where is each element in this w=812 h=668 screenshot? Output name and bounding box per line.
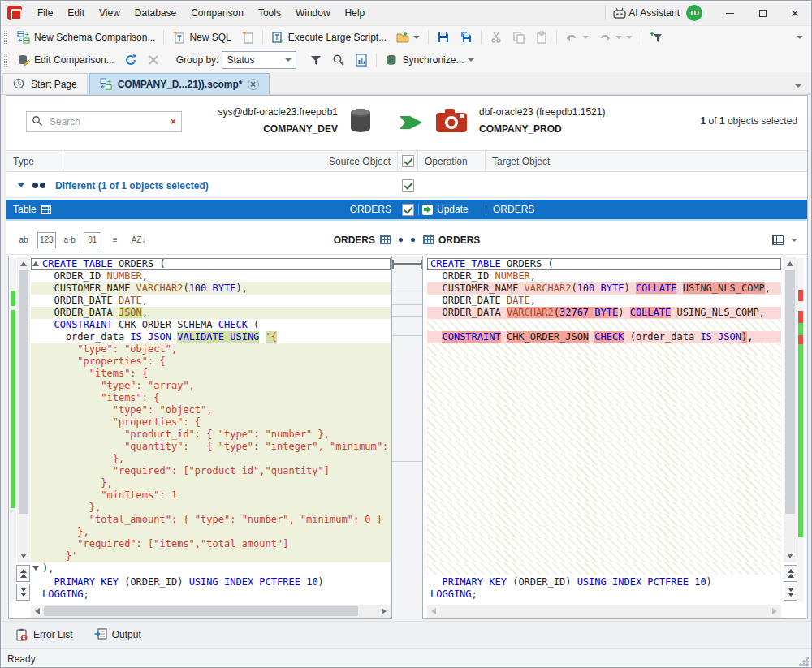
source-horizontal-scrollbar[interactable] <box>31 605 391 618</box>
toolbar-grip[interactable] <box>4 54 7 67</box>
diff-map-target[interactable] <box>797 258 804 602</box>
tab-error-list[interactable]: Error List <box>15 628 73 641</box>
target-code-area[interactable]: CREATE TABLE ORDERS ( ORDER_ID NUMBER, C… <box>427 258 781 575</box>
tab-schema-comparison-document[interactable]: COMPANY_D...21)).scomp* × <box>89 73 270 94</box>
menu-file[interactable]: File <box>30 1 60 25</box>
save-all-button[interactable] <box>455 28 477 46</box>
view-options-button[interactable] <box>772 235 797 245</box>
menu-edit[interactable]: Edit <box>60 1 92 25</box>
column-header-operation[interactable]: Operation <box>418 151 486 171</box>
new-file-button[interactable] <box>236 28 259 46</box>
scroll-left-icon[interactable] <box>431 608 436 614</box>
diff-map-green-marker[interactable] <box>798 344 803 537</box>
scrollbar-thumb[interactable] <box>19 270 28 514</box>
open-script-button[interactable] <box>391 28 425 46</box>
copy-button[interactable] <box>508 28 530 46</box>
diff-map-green-marker[interactable] <box>11 310 15 508</box>
source-ddl-editor[interactable]: CREATE TABLE ORDERS ( ORDER_ID NUMBER, C… <box>8 256 392 619</box>
row-checkbox-checked[interactable] <box>402 204 414 216</box>
menu-database[interactable]: Database <box>127 1 184 25</box>
tab-list-chevron-icon[interactable] <box>795 84 801 88</box>
group-by-select[interactable]: Status <box>222 51 296 69</box>
redo-button[interactable] <box>594 28 637 46</box>
object-row-orders[interactable]: Table ORDERS Update ORDERS <box>6 200 807 221</box>
target-vertical-scrollbar[interactable] <box>784 257 797 562</box>
menu-tools[interactable]: Tools <box>251 1 288 25</box>
scrollbar-thumb[interactable] <box>44 606 358 616</box>
minimize-button[interactable] <box>714 1 746 25</box>
tab-output[interactable]: Output <box>94 628 141 641</box>
scroll-right-icon[interactable] <box>382 608 387 614</box>
binary-compare-button[interactable]: 01 <box>84 232 102 248</box>
scroll-down-icon[interactable] <box>20 554 27 558</box>
execute-large-script-button[interactable]: Execute Large Script... <box>266 28 391 46</box>
target-ddl-editor[interactable]: CREATE TABLE ORDERS ( ORDER_ID NUMBER, C… <box>422 256 806 619</box>
previous-difference-button[interactable] <box>16 565 30 582</box>
refresh-button[interactable] <box>119 51 142 69</box>
maximize-button[interactable] <box>746 1 779 25</box>
scroll-up-icon[interactable] <box>20 261 27 266</box>
edit-comparison-button[interactable]: Edit Comparison... <box>12 51 119 69</box>
select-all-checkbox[interactable] <box>398 151 418 171</box>
chevron-down-icon[interactable] <box>582 36 589 39</box>
new-schema-comparison-button[interactable]: New Schema Comparison... <box>12 28 160 46</box>
diff-map-red-marker[interactable] <box>798 290 803 301</box>
comparison-report-button[interactable] <box>350 51 373 69</box>
indentation-button[interactable]: ≡ <box>106 232 124 248</box>
scroll-up-icon[interactable] <box>787 261 793 266</box>
next-difference-button[interactable] <box>784 584 797 601</box>
ignore-numbers-button[interactable]: 123 <box>37 232 56 248</box>
group-row-different[interactable]: Different (1 of 1 objects selected) <box>6 174 807 198</box>
new-sql-button[interactable]: New SQL <box>167 28 235 46</box>
chevron-down-icon[interactable] <box>468 58 474 62</box>
menu-view[interactable]: View <box>92 1 127 25</box>
save-button[interactable] <box>432 28 455 46</box>
column-header-source[interactable]: Source Object <box>63 151 398 171</box>
diff-map-red-marker[interactable] <box>798 335 803 344</box>
chevron-down-icon[interactable] <box>626 36 633 39</box>
checkbox-checked[interactable] <box>402 155 414 167</box>
stop-button[interactable] <box>142 51 165 69</box>
target-horizontal-scrollbar[interactable] <box>427 605 781 618</box>
synchronize-button[interactable]: Synchronize... <box>380 51 479 69</box>
filter-button[interactable] <box>304 51 327 69</box>
close-button[interactable]: ✕ <box>779 1 811 25</box>
scrollbar-thumb[interactable] <box>785 270 795 514</box>
fold-down-icon[interactable] <box>32 566 39 571</box>
group-checkbox-checked[interactable] <box>402 179 414 192</box>
chevron-down-icon[interactable] <box>615 36 622 39</box>
ignore-whitespace-button[interactable]: a·b <box>61 232 79 248</box>
add-filter-button[interactable] <box>645 28 667 46</box>
resize-grip[interactable] <box>799 657 809 666</box>
diff-map-green-marker[interactable] <box>11 291 15 306</box>
source-code-area[interactable]: CREATE TABLE ORDERS ( ORDER_ID NUMBER, C… <box>31 258 391 575</box>
tab-start-page[interactable]: Start Page <box>2 73 88 94</box>
undo-button[interactable] <box>560 28 594 46</box>
scroll-down-icon[interactable] <box>787 554 793 558</box>
paste-button[interactable] <box>530 28 553 46</box>
scroll-right-icon[interactable] <box>772 608 777 614</box>
previous-difference-button[interactable] <box>784 565 797 582</box>
diff-map-red-marker[interactable] <box>798 311 803 323</box>
menu-window[interactable]: Window <box>288 1 338 25</box>
column-header-target[interactable]: Target Object <box>486 151 807 171</box>
chevron-down-icon[interactable] <box>413 36 420 39</box>
source-vertical-scrollbar[interactable] <box>17 257 30 562</box>
sort-button[interactable]: AZ↓ <box>129 232 149 248</box>
ai-assistant-button[interactable]: AI Assistant <box>628 7 680 19</box>
collapse-chevron-icon[interactable] <box>18 183 24 187</box>
tab-close-icon[interactable]: × <box>248 79 259 90</box>
menu-comparison[interactable]: Comparison <box>184 1 251 25</box>
ignore-case-button[interactable]: ab <box>15 232 32 248</box>
toolbar-grip[interactable] <box>4 31 7 44</box>
scroll-left-icon[interactable] <box>35 608 40 614</box>
find-object-button[interactable] <box>327 51 350 69</box>
toolbar-options-chevron-icon[interactable] <box>797 36 803 39</box>
avatar[interactable]: TU <box>686 5 702 21</box>
menu-help[interactable]: Help <box>338 1 373 25</box>
diff-map-green-marker[interactable] <box>798 323 803 335</box>
next-difference-button[interactable] <box>16 584 30 601</box>
diff-map-source[interactable] <box>10 258 16 602</box>
column-header-type[interactable]: Type <box>6 151 63 171</box>
cut-button[interactable] <box>485 28 508 46</box>
